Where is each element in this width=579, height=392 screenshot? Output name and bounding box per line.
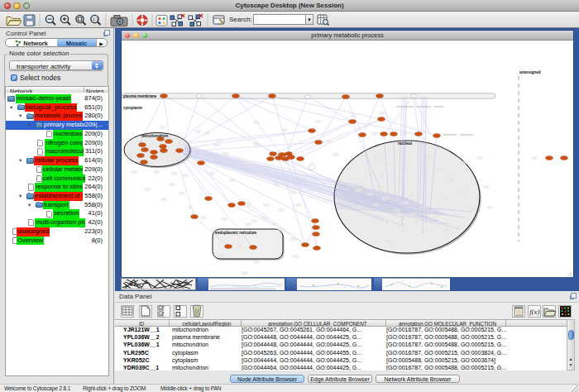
svg-text:plasma membrane: plasma membrane <box>123 94 157 98</box>
svg-text:f(x): f(x) <box>529 308 540 316</box>
svg-text:1:1: 1:1 <box>93 17 99 22</box>
svg-text:mitochondrion: mitochondrion <box>141 134 168 138</box>
svg-text:cytoplasm: cytoplasm <box>123 106 142 110</box>
svg-text:nucleus: nucleus <box>398 141 413 146</box>
svg-text:unassigned: unassigned <box>519 70 541 74</box>
svg-text:endoplasmic reticulum: endoplasmic reticulum <box>215 231 256 235</box>
